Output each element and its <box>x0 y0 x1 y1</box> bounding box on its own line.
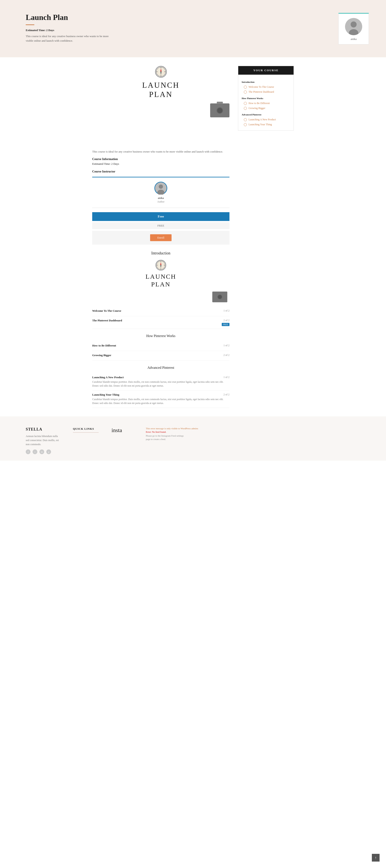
bullet-icon <box>244 86 247 89</box>
free-text: FREE <box>92 222 229 229</box>
lesson-title: Launching Your Thing <box>92 393 223 397</box>
course-preview-2: LAUNCH PLAN <box>92 260 229 302</box>
intro-heading: Introduction <box>92 251 229 255</box>
footer: STELLA Aenean lacinia bibendum nulla sed… <box>0 416 386 461</box>
right-sidebar: YOUR COURSE Introduction Welcome To The … <box>238 66 294 131</box>
footer-social: f t in p <box>26 450 60 454</box>
camera-container <box>92 103 229 117</box>
lesson-item: The Pinterest Dashboard 2 of 2 FREE <box>92 316 229 329</box>
lesson-right: 2 of 2 <box>223 393 229 396</box>
lesson-right: 1 of 2 <box>223 309 229 312</box>
lesson-item-left: The Pinterest Dashboard <box>92 319 222 323</box>
lesson-title: How to Be Different <box>92 344 223 347</box>
footer-brand-desc: Aenean lacinia bibendum nulla sed consec… <box>26 434 60 447</box>
lesson-item: Launching Your Thing Curabitur blandit t… <box>92 391 229 408</box>
pricing-block: Free FREE Enroll <box>92 212 229 245</box>
free-badge: FREE <box>222 323 229 326</box>
camera-lens-2 <box>218 294 222 299</box>
course-title-display: LAUNCH PLAN <box>142 81 180 99</box>
hero-description: This course is ideal for any creative bu… <box>26 34 111 43</box>
lesson-count: 2 of 2 <box>223 393 229 396</box>
footer-links-title: QUICK LINKS <box>73 427 99 433</box>
compass-container-2 <box>92 260 229 271</box>
sidebar-section-label-2: How Pinterest Works <box>242 97 290 99</box>
footer-brand-name: STELLA <box>26 427 60 432</box>
bullet-icon <box>244 123 247 126</box>
page-title: Launch Plan <box>26 13 111 22</box>
course-title-display-2: LAUNCH PLAN <box>92 273 229 288</box>
course-info-estimated: Estimated Time: 2 Days <box>92 162 229 166</box>
lesson-count: 2 of 2 <box>223 319 229 322</box>
instructor-avatar-icon <box>155 182 167 194</box>
svg-point-14 <box>159 185 163 189</box>
group-title: How Pinterest Works <box>92 334 229 338</box>
sidebar-section-label: Introduction <box>242 81 290 83</box>
lesson-count: 1 of 2 <box>223 376 229 379</box>
footer-error-block: This error message is only visible to Wo… <box>146 427 198 441</box>
sidebar-lesson-pinterest-dashboard[interactable]: The Pinterest Dashboard <box>242 89 290 94</box>
lesson-count: 2 of 2 <box>223 353 229 357</box>
facebook-icon[interactable]: f <box>26 450 30 454</box>
compass-icon <box>155 66 167 78</box>
instructor-name-text: anika <box>92 196 229 200</box>
lesson-desc: Curabitur blandit tempus porttitor. Duis… <box>92 380 223 388</box>
content-layout: LAUNCH PLAN This course is ideal for any… <box>75 66 311 408</box>
your-course-box: YOUR COURSE Introduction Welcome To The … <box>238 66 294 131</box>
course-info-label: Course Information <box>92 157 229 161</box>
hero-section: Launch Plan Estimated Time: 2 Days This … <box>0 0 386 57</box>
lesson-right: 1 of 2 <box>223 376 229 379</box>
hero-instructor-card: anika <box>339 13 369 44</box>
lesson-title: The Pinterest Dashboard <box>92 319 222 322</box>
lesson-item-left: How to Be Different <box>92 344 223 348</box>
hero-divider <box>26 25 34 25</box>
instructor-avatar <box>154 182 167 194</box>
lesson-item-left: Welcome To The Course <box>92 309 223 313</box>
your-course-header: YOUR COURSE <box>238 66 294 75</box>
lesson-title: Growing Bigger <box>92 353 223 357</box>
course-instructor-label: Course Instructor <box>92 170 229 173</box>
your-course-content: Introduction Welcome To The Course The P… <box>238 75 294 130</box>
instagram-icon[interactable]: in <box>39 450 44 454</box>
pinterest-icon[interactable]: p <box>46 450 51 454</box>
sidebar-lesson-how-different[interactable]: How to Be Different <box>242 101 290 106</box>
bullet-icon <box>244 118 247 121</box>
bullet-icon <box>244 91 247 94</box>
sidebar-lesson-launching-thing[interactable]: Launching Your Thing <box>242 122 290 127</box>
sidebar-section-label-3: Advanced Pinterest <box>242 113 290 116</box>
footer-error-help: Please go to the Instagram Feed settings… <box>146 434 189 441</box>
sidebar-lesson-launching-product[interactable]: Launching A New Product <box>242 117 290 122</box>
lesson-right: 2 of 2 FREE <box>222 319 229 326</box>
twitter-icon[interactable]: t <box>33 450 37 454</box>
main-content: LAUNCH PLAN This course is ideal for any… <box>0 57 386 416</box>
enroll-button[interactable]: Enroll <box>150 234 171 241</box>
lesson-group-introduction: Welcome To The Course 1 of 2 The Pintere… <box>92 307 229 329</box>
lesson-item: Growing Bigger 2 of 2 <box>92 351 229 361</box>
lesson-item: How to Be Different 1 of 2 <box>92 341 229 351</box>
lesson-title: Launching A New Product <box>92 376 223 379</box>
instructor-block: anika Author <box>92 177 229 208</box>
footer-error-msg: Error: No feed found. <box>146 431 198 433</box>
camera-image <box>210 103 229 117</box>
lesson-group-how-pinterest: How Pinterest Works How to Be Different … <box>92 334 229 361</box>
lesson-group-advanced: Advanced Pinterest Launching A New Produ… <box>92 366 229 408</box>
sidebar-lesson-welcome-course[interactable]: Welcome To The Course <box>242 85 290 89</box>
compass-icon-2 <box>156 260 166 271</box>
instructor-card: anika <box>339 13 369 44</box>
bullet-icon <box>244 102 247 105</box>
instructor-name: anika <box>345 37 362 41</box>
price-bar: Free <box>92 212 229 221</box>
instructor-role: Author <box>92 200 229 204</box>
svg-point-1 <box>351 22 357 27</box>
lesson-count: 1 of 2 <box>223 309 229 312</box>
group-title-advanced: Advanced Pinterest <box>92 366 229 370</box>
course-info-desc: This course is ideal for any creative bu… <box>92 150 229 154</box>
lesson-item: Launching A New Product Curabitur blandi… <box>92 373 229 391</box>
camera-image-2 <box>212 291 227 302</box>
compass-container <box>155 66 167 79</box>
footer-insta-title: insta <box>111 427 133 434</box>
lesson-right: 1 of 2 <box>223 344 229 347</box>
lesson-count: 1 of 2 <box>223 344 229 347</box>
sidebar-lesson-growing-bigger[interactable]: Growing Bigger <box>242 106 290 111</box>
error-admin-notice: This error message is only visible to Wo… <box>146 427 198 430</box>
camera-container-2 <box>92 291 229 302</box>
